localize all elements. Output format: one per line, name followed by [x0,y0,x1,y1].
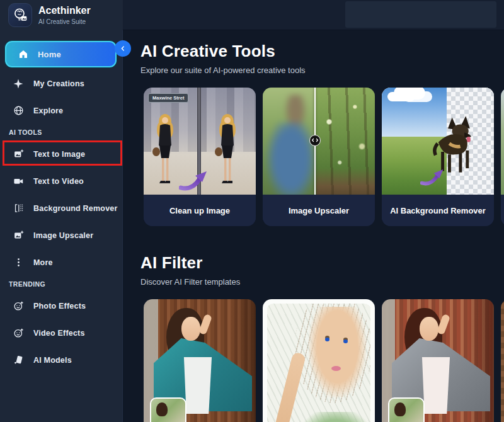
thumbnail-figure [156,402,168,416]
filter-section-subtitle: Discover AI Filter templates [140,277,504,287]
globe-icon [13,105,24,117]
purple-arrow-icon [420,169,444,186]
sidebar-item-label: Video Effects [33,329,85,338]
home-icon [18,48,29,60]
tool-card-partial-image [501,88,504,195]
sidebar-item-label: AI Models [33,356,72,365]
original-photo-thumbnail [388,397,425,422]
filter-card-toon-teal[interactable] [144,299,256,422]
tool-card-label [501,195,504,226]
sidebar-item-label: Image Upscaler [33,231,93,240]
smiley-sparkle-icon [13,300,24,312]
sidebar-item-my-creations[interactable]: My Creations [0,70,122,97]
sidebar-section-trending: TRENDING [0,276,122,292]
woman-face [420,317,438,341]
original-photo-thumbnail [150,397,186,422]
sidebar-item-text-to-image[interactable]: Text to Image [0,140,122,168]
left-right-arrows-icon [312,138,318,142]
app-tagline: AI Creative Suite [38,18,91,25]
smiley-sparkle-icon [13,328,24,339]
image-plus-icon [13,230,24,241]
sidebar-item-home[interactable]: Home [5,41,117,67]
sidebar-item-label: Home [38,50,61,59]
purple-arrow-icon [179,171,208,191]
woman-white-top [183,357,213,414]
sidebar-item-explore[interactable]: Explore [0,97,122,124]
sharp-after-half [316,88,375,195]
sidebar-item-label: Background Remover [33,204,118,213]
sketch-artwork [267,304,370,422]
sidebar-collapse-button[interactable] [115,40,131,57]
topbar-panel[interactable] [345,1,496,28]
app-name: Acethinker [38,5,91,16]
tools-cards-row: Maxwine Stret [144,88,504,226]
tool-card-label: AI Background Remover [382,195,494,226]
cloud [387,92,415,101]
chevron-left-icon [120,45,126,52]
compare-slider-handle[interactable] [309,135,321,146]
bg-remover-preview-image [382,88,494,195]
filter-card-pencil-sketch[interactable] [263,299,375,422]
sidebar-item-more[interactable]: More [0,249,122,276]
sidebar-item-image-upscaler[interactable]: Image Upscaler [0,222,122,249]
sidebar-item-text-to-video[interactable]: Text to Video [0,168,122,195]
image-plus-icon [13,149,24,160]
filter-section-title: AI Filter [140,253,504,273]
sketch-eye [343,339,348,343]
sidebar-item-video-effects[interactable]: Video Effects [0,319,122,346]
tool-card-label: Image Upscaler [263,195,375,226]
blurred-person-body [265,122,317,195]
woman-face [181,317,200,341]
sidebar-item-photo-effects[interactable]: Photo Effects [0,292,122,319]
thumbnail-figure [394,402,406,416]
topbar: Acethinker AI Creative Suite [0,0,504,30]
upscaler-preview-image [263,88,375,195]
sidebar-item-label: Photo Effects [33,302,86,311]
sidebar-item-label: More [33,258,53,267]
filter-card-partial[interactable] [501,299,504,422]
sparkle-icon [13,78,24,89]
background-remover-icon [13,203,24,214]
tool-card-clean-up-image[interactable]: Maxwine Stret [144,88,256,226]
tool-card-ai-background-remover[interactable]: AI Background Remover [382,88,494,226]
sketch-face [309,307,367,398]
street-sign: Maxwine Stret [148,93,188,103]
sketch-dress [296,412,370,422]
main-content: AI Creative Tools Explore our suite of A… [123,30,504,422]
model-card-icon [13,355,24,366]
sidebar-section-ai-tools: AI TOOLS [0,124,122,140]
tool-card-partial[interactable] [501,88,504,226]
sidebar-item-label: Text to Video [33,177,84,186]
sidebar-item-label: Explore [33,106,63,115]
sidebar: Home My Creations Explore AI TOOLS Text … [0,30,123,422]
filter-card-toon-gray[interactable] [382,299,494,422]
video-camera-icon [13,176,24,187]
dog-figure [431,113,480,175]
tool-card-image-upscaler[interactable]: Image Upscaler [263,88,375,226]
clean-up-preview-image: Maxwine Stret [144,88,256,195]
tools-section-title: AI Creative Tools [140,42,504,61]
topbar-right [123,0,504,30]
brand: Acethinker AI Creative Suite [0,0,123,30]
sidebar-item-label: Text to Image [33,150,85,159]
sidebar-item-ai-models[interactable]: AI Models [0,346,122,374]
filter-cards-row [144,299,504,422]
tool-card-label: Clean up Image [144,195,256,226]
person-figure [152,113,178,187]
app-logo-icon[interactable] [8,3,32,27]
sidebar-item-background-remover[interactable]: Background Remover [0,195,122,222]
woman-white-top [421,357,451,414]
sidebar-item-label: My Creations [33,79,84,88]
person-figure [214,113,241,187]
tools-section-subtitle: Explore our suite of AI-powered creative… [140,66,504,75]
brand-text: Acethinker AI Creative Suite [38,5,91,25]
more-dots-icon [13,257,24,268]
